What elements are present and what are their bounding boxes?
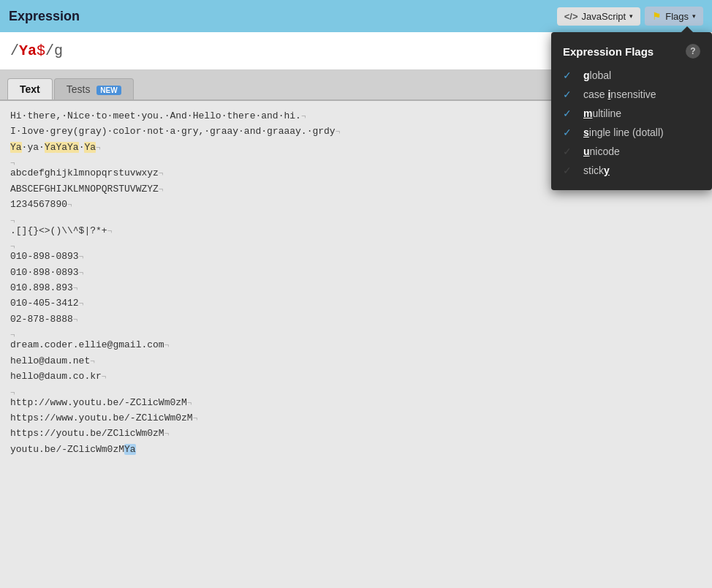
expr-ya: Ya (19, 42, 37, 59)
text-line: .[]{}<>()\\^$|?*+¬ (10, 223, 702, 238)
text-line: hello@daum.co.kr¬ (10, 369, 702, 384)
flag-label-case-insensitive: case insensitive (583, 88, 656, 100)
flag-icon: ⚑ (652, 10, 662, 22)
flag-key-case-insensitive: i (607, 88, 610, 100)
text-line: https://www.youtu.be/-ZClicWm0zM¬ (10, 410, 702, 426)
flag-check-sticky: ✓ (563, 165, 576, 176)
text-line: 010-405-3412¬ (10, 295, 702, 311)
match: Ya (56, 142, 67, 153)
match: Ya (67, 142, 79, 153)
code-icon: </> (564, 11, 578, 22)
pilcrow: ¬ (301, 112, 306, 121)
pilcrow: ¬ (96, 143, 101, 152)
flag-key-global: g (583, 69, 590, 81)
text-line: http://www.youtu.be/-ZClicWm0zM¬ (10, 395, 702, 410)
pilcrow: ¬ (107, 227, 113, 235)
flag-item-global[interactable]: ✓ global (551, 66, 712, 85)
tab-tests-label: Tests (67, 83, 91, 95)
flag-label-multiline: multiline (583, 108, 621, 119)
pilcrow: ¬ (73, 315, 78, 324)
flags-help-button[interactable]: ? (686, 44, 700, 59)
flag-label-global: global (583, 69, 611, 81)
match: Ya (10, 142, 22, 153)
pilcrow: ¬ (102, 372, 107, 381)
match: Ya (45, 142, 56, 153)
pilcrow: ¬ (159, 169, 164, 178)
text-line-empty: ¬ (10, 213, 702, 223)
text-line: 010-898-0893¬ (10, 249, 702, 264)
flag-check-case-insensitive: ✓ (563, 88, 576, 100)
flags-label: Flags (665, 11, 689, 22)
pilcrow: ¬ (164, 341, 170, 350)
pilcrow: ¬ (79, 299, 84, 308)
pilcrow: ¬ (187, 399, 192, 407)
expr-open-slash: / (10, 42, 19, 59)
pilcrow: ¬ (67, 200, 72, 209)
app-title: Expression (9, 9, 80, 24)
tab-text-label: Text (20, 83, 40, 95)
flags-dropdown-arrow: ▾ (692, 12, 696, 20)
expr-close-slash: /g (45, 42, 63, 59)
text-line: dream.coder.ellie@gmail.com¬ (10, 337, 702, 353)
pilcrow: ¬ (336, 127, 341, 136)
flag-key-single-line: s (583, 127, 589, 138)
js-dropdown-arrow: ▾ (629, 12, 633, 20)
pilcrow: ¬ (193, 414, 198, 423)
tab-text[interactable]: Text (7, 78, 53, 99)
flag-check-global: ✓ (563, 69, 576, 81)
flag-key-multiline: m (583, 108, 592, 119)
flag-item-unicode[interactable]: ✓ unicode (551, 142, 712, 161)
expr-dollar: $ (37, 42, 45, 59)
text-line: 010·898·0893¬ (10, 265, 702, 280)
pilcrow: ¬ (164, 429, 170, 438)
tests-new-badge: NEW (96, 86, 121, 95)
flag-item-sticky[interactable]: ✓ sticky (551, 161, 712, 180)
match-selected: Ya (124, 444, 136, 455)
text-line: 1234567890¬ (10, 197, 702, 212)
pilcrow: ¬ (79, 252, 84, 261)
flag-label-unicode: unicode (583, 146, 620, 157)
text-line: 010.898.893¬ (10, 280, 702, 295)
javascript-label: JavaScript (582, 11, 626, 22)
text-line: 02-878-8888¬ (10, 312, 702, 327)
pilcrow: ¬ (90, 357, 95, 366)
dropdown-arrow (681, 26, 693, 32)
header-buttons: </> JavaScript ▾ ⚑ Flags ▾ (557, 7, 703, 26)
flags-panel-header: Expression Flags ? (551, 39, 712, 66)
flag-key-unicode: u (583, 146, 590, 157)
pilcrow: ¬ (73, 284, 78, 293)
text-line-empty: ¬ (10, 327, 702, 337)
flag-label-sticky: sticky (583, 165, 610, 176)
text-line-empty: ¬ (10, 385, 702, 395)
help-label: ? (690, 46, 695, 56)
text-line: https://youtu.be/ZClicWm0zM¬ (10, 426, 702, 441)
flag-check-multiline: ✓ (563, 108, 576, 119)
javascript-button[interactable]: </> JavaScript ▾ (557, 7, 641, 26)
text-line: youtu.be/-ZClicWm0zMYa (10, 442, 702, 457)
text-line-empty: ¬ (10, 238, 702, 249)
header: Expression </> JavaScript ▾ ⚑ Flags ▾ (0, 0, 712, 32)
flag-item-case-insensitive[interactable]: ✓ case insensitive (551, 85, 712, 104)
pilcrow: ¬ (159, 185, 164, 194)
flags-panel-title: Expression Flags (563, 45, 654, 58)
flag-check-single-line: ✓ (563, 127, 576, 138)
tab-tests[interactable]: Tests NEW (54, 78, 134, 99)
text-line: hello@daum.net¬ (10, 353, 702, 369)
match: Ya (84, 142, 96, 153)
flags-button[interactable]: ⚑ Flags ▾ (645, 7, 703, 26)
flags-dropdown: Expression Flags ? ✓ global ✓ case insen… (551, 32, 712, 190)
flag-key-sticky: y (604, 165, 610, 176)
flag-item-single-line[interactable]: ✓ single line (dotall) (551, 123, 712, 142)
flag-check-unicode: ✓ (563, 146, 576, 157)
pilcrow: ¬ (79, 268, 84, 277)
flag-label-single-line: single line (dotall) (583, 127, 664, 138)
flag-item-multiline[interactable]: ✓ multiline (551, 104, 712, 123)
